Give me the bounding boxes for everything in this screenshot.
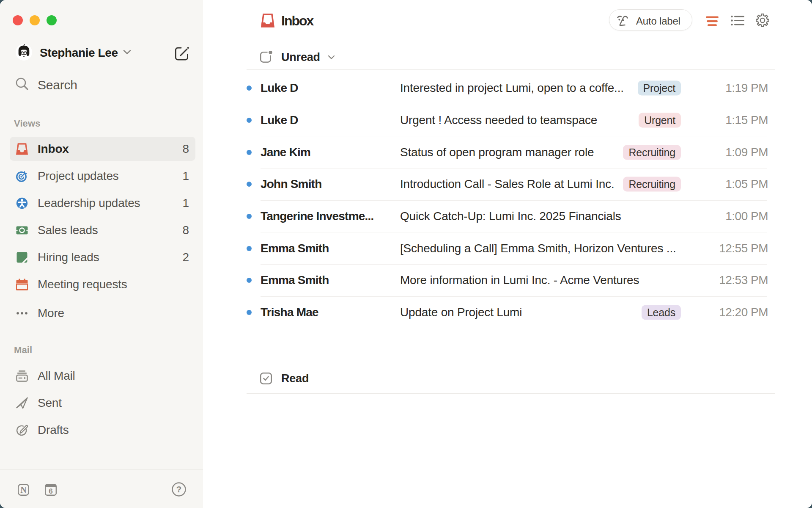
svg-text:?: ? [176,484,182,494]
svg-text:N: N [20,485,27,494]
svg-text:6: 6 [49,487,52,495]
